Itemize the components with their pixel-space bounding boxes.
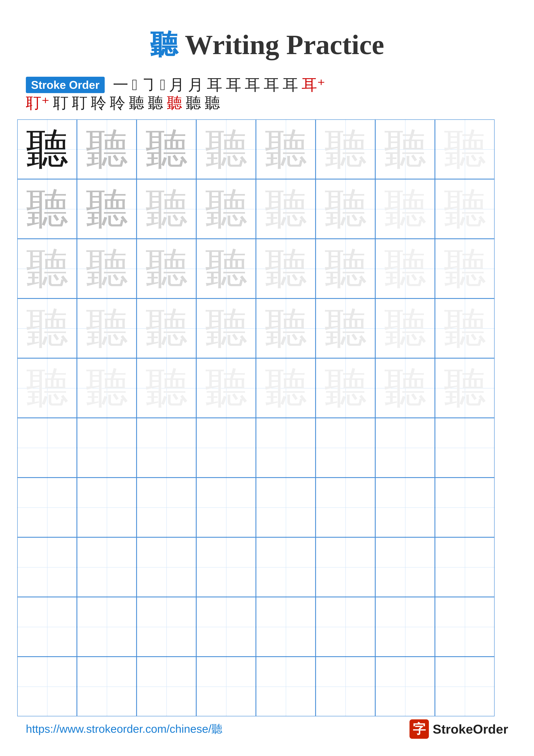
grid-cell[interactable]: 聽 [17, 239, 77, 298]
grid-cell[interactable]: 聽 [256, 120, 316, 179]
stroke-19: 聽 [148, 95, 163, 111]
grid-cell-empty[interactable] [17, 477, 77, 537]
grid-cell-empty[interactable] [77, 537, 137, 597]
grid-cell-empty[interactable] [316, 537, 375, 597]
grid-cell[interactable]: 聽 [375, 120, 435, 179]
grid-cell-empty[interactable] [435, 657, 495, 716]
grid-cell-empty[interactable] [137, 418, 196, 477]
grid-cell[interactable]: 聽 [435, 120, 495, 179]
practice-char: 聽 [264, 366, 307, 410]
practice-char: 聽 [443, 307, 486, 350]
grid-cell-empty[interactable] [196, 657, 256, 716]
grid-cell-empty[interactable] [435, 537, 495, 597]
stroke-order-row-2: 耵⁺ 耵 耵 聆 聆 聽 聽 聽 聽 聽 [26, 95, 508, 111]
grid-cell[interactable]: 聽 [77, 358, 137, 418]
practice-char: 聽 [443, 366, 486, 410]
grid-cell-empty[interactable] [137, 597, 196, 657]
grid-cell-empty[interactable] [375, 477, 435, 537]
grid-cell-empty[interactable] [17, 597, 77, 657]
grid-row-6 [17, 418, 517, 477]
grid-cell-empty[interactable] [137, 537, 196, 597]
grid-cell[interactable]: 聽 [137, 120, 196, 179]
grid-cell-empty[interactable] [17, 418, 77, 477]
grid-cell[interactable]: 聽 [196, 120, 256, 179]
grid-cell-empty[interactable] [256, 597, 316, 657]
stroke-14: 耵 [53, 95, 68, 111]
grid-cell-empty[interactable] [77, 418, 137, 477]
grid-cell[interactable]: 聽 [196, 358, 256, 418]
grid-cell[interactable]: 聽 [435, 239, 495, 298]
practice-char: 聽 [85, 187, 128, 230]
grid-cell[interactable]: 聽 [17, 120, 77, 179]
grid-cell-empty[interactable] [435, 418, 495, 477]
grid-cell[interactable]: 聽 [17, 298, 77, 358]
practice-char: 聽 [205, 307, 248, 350]
practice-char: 聽 [85, 247, 128, 290]
stroke-17: 聆 [110, 95, 125, 111]
grid-cell[interactable]: 聽 [196, 179, 256, 239]
grid-cell[interactable]: 聽 [435, 298, 495, 358]
grid-cell[interactable]: 聽 [316, 179, 375, 239]
grid-cell-empty[interactable] [435, 477, 495, 537]
grid-cell-empty[interactable] [375, 537, 435, 597]
grid-cell-empty[interactable] [375, 418, 435, 477]
grid-cell-empty[interactable] [256, 477, 316, 537]
grid-cell[interactable]: 聽 [256, 179, 316, 239]
grid-cell[interactable]: 聽 [316, 120, 375, 179]
grid-cell[interactable]: 聽 [375, 358, 435, 418]
grid-cell[interactable]: 聽 [196, 239, 256, 298]
grid-cell[interactable]: 聽 [316, 298, 375, 358]
grid-cell[interactable]: 聽 [137, 179, 196, 239]
grid-cell-empty[interactable] [77, 597, 137, 657]
footer-url[interactable]: https://www.strokeorder.com/chinese/聽 [26, 721, 222, 737]
grid-cell-empty[interactable] [17, 657, 77, 716]
grid-cell[interactable]: 聽 [316, 239, 375, 298]
grid-cell-empty[interactable] [375, 657, 435, 716]
grid-cell[interactable]: 聽 [77, 120, 137, 179]
grid-cell[interactable]: 聽 [77, 298, 137, 358]
stroke-order-row-1: Stroke Order 一 𠃌 ㇆ 𠃌 月 月 耳 耳 耳 耳 耳 耳⁺ [26, 77, 508, 93]
grid-cell-empty[interactable] [316, 657, 375, 716]
stroke-5: 月 [169, 77, 184, 93]
grid-cell[interactable]: 聽 [256, 358, 316, 418]
stroke-order-section: Stroke Order 一 𠃌 ㇆ 𠃌 月 月 耳 耳 耳 耳 耳 耳⁺ 耵⁺… [0, 77, 534, 111]
grid-cell[interactable]: 聽 [137, 358, 196, 418]
grid-cell-empty[interactable] [77, 477, 137, 537]
grid-cell-empty[interactable] [137, 657, 196, 716]
page-title: 聽 Writing Practice [0, 0, 534, 77]
grid-cell-empty[interactable] [375, 597, 435, 657]
grid-cell-empty[interactable] [17, 537, 77, 597]
grid-cell-empty[interactable] [196, 597, 256, 657]
grid-cell-empty[interactable] [256, 418, 316, 477]
grid-cell-empty[interactable] [316, 597, 375, 657]
grid-cell-empty[interactable] [137, 477, 196, 537]
grid-cell-empty[interactable] [256, 657, 316, 716]
grid-cell[interactable]: 聽 [77, 239, 137, 298]
grid-cell[interactable]: 聽 [435, 358, 495, 418]
grid-cell[interactable]: 聽 [375, 298, 435, 358]
grid-cell-empty[interactable] [256, 537, 316, 597]
grid-cell-empty[interactable] [196, 537, 256, 597]
grid-cell-empty[interactable] [77, 657, 137, 716]
grid-cell[interactable]: 聽 [256, 239, 316, 298]
grid-cell[interactable]: 聽 [435, 179, 495, 239]
grid-cell-empty[interactable] [316, 477, 375, 537]
grid-cell[interactable]: 聽 [17, 179, 77, 239]
grid-cell-empty[interactable] [196, 418, 256, 477]
grid-cell[interactable]: 聽 [137, 239, 196, 298]
grid-cell[interactable]: 聽 [196, 298, 256, 358]
grid-row-9 [17, 597, 517, 657]
logo-icon: 字 [410, 719, 429, 739]
grid-cell[interactable]: 聽 [316, 358, 375, 418]
grid-cell[interactable]: 聽 [137, 298, 196, 358]
grid-row-8 [17, 537, 517, 597]
grid-cell-empty[interactable] [316, 418, 375, 477]
grid-cell-empty[interactable] [435, 597, 495, 657]
grid-cell[interactable]: 聽 [77, 179, 137, 239]
grid-cell[interactable]: 聽 [375, 179, 435, 239]
grid-cell[interactable]: 聽 [17, 358, 77, 418]
grid-cell[interactable]: 聽 [375, 239, 435, 298]
grid-cell[interactable]: 聽 [256, 298, 316, 358]
grid-row-2: 聽 聽 聽 聽 聽 聽 聽 聽 [17, 179, 517, 239]
grid-cell-empty[interactable] [196, 477, 256, 537]
